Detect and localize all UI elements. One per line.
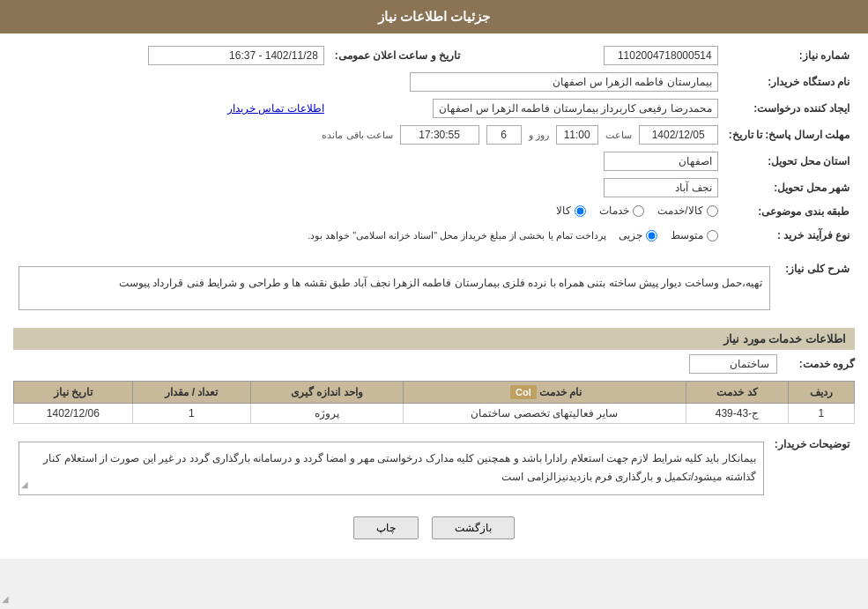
resize-handle-2: ◢ bbox=[21, 477, 28, 493]
tabaqe-radios: کالا/خدمت خدمات کالا bbox=[13, 201, 723, 223]
ettelaat-link[interactable]: اطلاعات تماس خریدار bbox=[227, 102, 324, 115]
bazgasht-button[interactable]: بازگشت bbox=[432, 516, 515, 539]
col-radif: ردیف bbox=[788, 381, 854, 403]
tozihat-row: توضیحات خریدار: بیمانکار باید کلیه شرایط… bbox=[13, 431, 855, 506]
tabaqe-label: طبقه بندی موضوعی: bbox=[723, 201, 855, 223]
table-head: ردیف کد خدمت نام خدمت Col واحد اندازه گی… bbox=[14, 381, 855, 403]
col-badge: Col bbox=[510, 385, 537, 399]
table-body: 1 ج-43-439 سایر فعالیتهای تخصصی ساختمان … bbox=[14, 403, 855, 423]
shahr-label: شهر محل تحویل: bbox=[723, 175, 855, 201]
tozihat-text: بیمانکار باید کلیه شرایط لازم جهت استعلا… bbox=[43, 452, 755, 484]
tarikh-input: 1402/11/28 - 16:37 bbox=[148, 46, 324, 65]
col-vahed: واحد اندازه گیری bbox=[251, 381, 403, 403]
radio-jozvi-label: جزیی bbox=[619, 229, 642, 241]
table-row: 1 ج-43-439 سایر فعالیتهای تخصصی ساختمان … bbox=[14, 403, 855, 423]
row-tabaqe: طبقه بندی موضوعی: کالا/خدمت خدمات bbox=[13, 201, 855, 223]
row-ostan: استان محل تحویل: اصفهان bbox=[13, 148, 855, 175]
dastgah-input: بیمارستان فاطمه الزهرا س اصفهان bbox=[410, 72, 718, 92]
radio-jozvi[interactable] bbox=[646, 230, 657, 241]
radio-mottavasset-item: متوسط bbox=[671, 229, 718, 241]
radio-jozvi-item: جزیی bbox=[619, 229, 657, 241]
buttons-row: بازگشت چاپ bbox=[13, 516, 855, 539]
cell-tedad: 1 bbox=[132, 403, 251, 423]
tozihat-table: توضیحات خریدار: بیمانکار باید کلیه شرایط… bbox=[13, 431, 855, 506]
roz-part: 6 bbox=[486, 125, 522, 145]
mohlet-value: 1402/12/05 ساعت 11:00 روز و 6 17:30:55 س… bbox=[13, 122, 723, 148]
row-mohlet: مهلت ارسال پاسخ: تا تاریخ: 1402/12/05 سا… bbox=[13, 122, 855, 148]
cell-tarikh: 1402/12/06 bbox=[14, 403, 133, 423]
main-content: شماره نیاز: 1102004718000514 تاریخ و ساع… bbox=[0, 33, 868, 559]
farayand-value: متوسط جزیی پرداخت تمام یا بخشی از مبلغ خ… bbox=[13, 223, 723, 249]
shahr-value: نجف آباد bbox=[13, 175, 723, 201]
sharh-value-cell: تهیه،حمل وساخت دیوار پیش ساخته بتنی همرا… bbox=[13, 256, 775, 321]
ijad-label: ایجاد کننده درخواست: bbox=[723, 95, 855, 122]
page-wrapper: جزئیات اطلاعات نیاز شماره نیاز: 11020047… bbox=[0, 0, 868, 559]
saat-label: ساعت bbox=[605, 130, 632, 141]
shomara-niaz-input: 1102004718000514 bbox=[604, 46, 718, 65]
dastgah-label: نام دستگاه خریدار: bbox=[723, 69, 855, 95]
tabaqe-radio-group: کالا/خدمت خدمات کالا bbox=[556, 204, 717, 217]
goroh-value: ساختمان bbox=[689, 354, 777, 374]
radio-kala-item: کالا bbox=[556, 204, 586, 217]
sharh-row: شرح کلی نیاز: تهیه،حمل وساخت دیوار پیش س… bbox=[13, 256, 855, 321]
table-header-row: ردیف کد خدمت نام خدمت Col واحد اندازه گی… bbox=[14, 381, 855, 403]
farayand-row: متوسط جزیی پرداخت تمام یا بخشی از مبلغ خ… bbox=[19, 227, 718, 245]
ijad-value: محمدرضا رفیعی کاربرداز بیمارستان فاطمه ا… bbox=[330, 95, 723, 122]
farayand-radio-group: متوسط جزیی bbox=[619, 229, 718, 241]
row-shomara: شماره نیاز: 1102004718000514 تاریخ و ساع… bbox=[13, 42, 855, 69]
radio-kala-khadamat-label: کالا/خدمت bbox=[657, 204, 702, 217]
radio-khadamat-item: خدمات bbox=[599, 204, 644, 217]
shomara-niaz-label: شماره نیاز: bbox=[723, 42, 855, 69]
row-farayand: نوع فرآیند خرید : متوسط جزیی bbox=[13, 223, 855, 249]
col-nam: نام خدمت Col bbox=[403, 381, 686, 403]
khadamat-section-header: اطلاعات خدمات مورد نیاز bbox=[13, 328, 855, 350]
sharh-table: شرح کلی نیاز: تهیه،حمل وساخت دیوار پیش س… bbox=[13, 256, 855, 321]
cell-kod: ج-43-439 bbox=[686, 403, 788, 423]
tozihat-label: توضیحات خریدار: bbox=[769, 431, 855, 506]
page-header: جزئیات اطلاعات نیاز bbox=[0, 0, 868, 33]
col-tarikh: تاریخ نیاز bbox=[14, 381, 133, 403]
notice-text: پرداخت تمام یا بخشی از مبلغ خریداز محل "… bbox=[302, 227, 612, 245]
goroh-label: گروه خدمت: bbox=[784, 358, 855, 370]
cell-radif: 1 bbox=[788, 403, 854, 423]
radio-kala-khadamat[interactable] bbox=[707, 205, 718, 217]
saat-part: 11:00 bbox=[556, 125, 598, 145]
services-table: ردیف کد خدمت نام خدمت Col واحد اندازه گی… bbox=[13, 381, 855, 424]
radio-khadamat-label: خدمات bbox=[599, 204, 629, 217]
sharh-text: تهیه،حمل وساخت دیوار پیش ساخته بتنی همرا… bbox=[119, 277, 762, 289]
ostan-value: اصفهان bbox=[13, 148, 723, 175]
radio-kala-label: کالا bbox=[556, 204, 571, 217]
radio-khadamat[interactable] bbox=[633, 205, 644, 217]
shahr-input: نجف آباد bbox=[604, 178, 718, 197]
mohlet-label: مهلت ارسال پاسخ: تا تاریخ: bbox=[723, 122, 855, 148]
ostan-label: استان محل تحویل: bbox=[723, 148, 855, 175]
row-ijad: ایجاد کننده درخواست: محمدرضا رفیعی کاربر… bbox=[13, 95, 855, 122]
radio-mottavasset-label: متوسط bbox=[671, 229, 703, 241]
sharh-label: شرح کلی نیاز: bbox=[775, 256, 855, 321]
ostan-input: اصفهان bbox=[604, 152, 718, 171]
tozihat-value-cell: بیمانکار باید کلیه شرایط لازم جهت استعلا… bbox=[13, 431, 769, 506]
chap-button[interactable]: چاپ bbox=[353, 516, 419, 539]
date-part: 1402/12/05 bbox=[639, 125, 718, 145]
info-table: شماره نیاز: 1102004718000514 تاریخ و ساع… bbox=[13, 42, 855, 249]
tarikh-label: تاریخ و ساعت اعلان عمومی: bbox=[330, 42, 465, 69]
shomara-niaz-value: 1102004718000514 bbox=[483, 42, 723, 69]
tarikh-value: 1402/11/28 - 16:37 bbox=[13, 42, 330, 69]
sharh-box: تهیه،حمل وساخت دیوار پیش ساخته بتنی همرا… bbox=[19, 266, 770, 310]
radio-mottavasset[interactable] bbox=[707, 230, 718, 241]
radio-kala[interactable] bbox=[575, 205, 586, 217]
khadamat-section-title: اطلاعات خدمات مورد نیاز bbox=[723, 332, 846, 345]
dastgah-value: بیمارستان فاطمه الزهرا س اصفهان bbox=[13, 69, 723, 95]
roz-label: روز و bbox=[529, 130, 549, 141]
cell-nam: سایر فعالیتهای تخصصی ساختمان bbox=[403, 403, 686, 423]
ettelaat-link-cell: اطلاعات تماس خریدار bbox=[13, 95, 330, 122]
date-row: 1402/12/05 ساعت 11:00 روز و 6 17:30:55 س… bbox=[19, 125, 718, 145]
baqi-label: ساعت باقی مانده bbox=[322, 130, 392, 141]
tozihat-box: بیمانکار باید کلیه شرایط لازم جهت استعلا… bbox=[19, 442, 764, 495]
cell-vahed: پروژه bbox=[251, 403, 403, 423]
col-tedad: تعداد / مقدار bbox=[132, 381, 251, 403]
ijad-input: محمدرضا رفیعی کاربرداز بیمارستان فاطمه ا… bbox=[433, 99, 717, 118]
col-kod: کد خدمت bbox=[686, 381, 788, 403]
baqi-part: 17:30:55 bbox=[400, 125, 479, 145]
page-title: جزئیات اطلاعات نیاز bbox=[378, 9, 490, 24]
